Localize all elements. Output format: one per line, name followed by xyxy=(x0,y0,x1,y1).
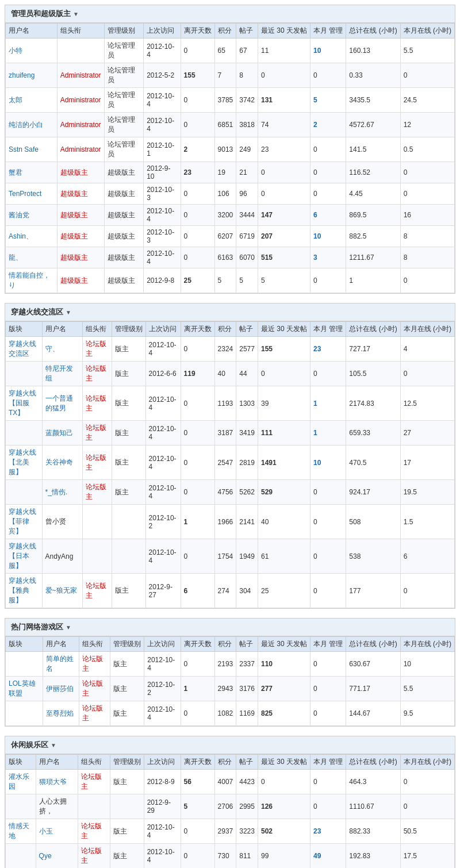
username-cell[interactable]: 纯洁的小白 xyxy=(6,113,57,137)
username-cell[interactable]: 守、 xyxy=(42,337,82,362)
username-cell[interactable]: 小玉 xyxy=(36,819,78,844)
dropdown-arrow-icon[interactable]: ▼ xyxy=(66,309,71,316)
username-link[interactable]: 猥琐大爷 xyxy=(39,778,67,786)
username-cell[interactable]: 蟹君 xyxy=(6,162,57,183)
username-link[interactable]: 至尊烈焰 xyxy=(46,709,74,717)
col-header: 本月在线 (小时) xyxy=(400,637,454,652)
username-cell[interactable]: zhuifeng xyxy=(6,63,57,88)
username-cell[interactable]: 蓝颜知己 xyxy=(42,421,82,445)
dropdown-arrow-icon[interactable]: ▼ xyxy=(73,11,79,17)
col-header: 管理级别 xyxy=(104,24,144,39)
dropdown-arrow-icon[interactable]: ▼ xyxy=(51,742,56,748)
username-cell[interactable]: TenProtect xyxy=(6,183,57,205)
monthtime-cell: 9.5 xyxy=(400,701,454,726)
username-link[interactable]: 一个普通的猛男 xyxy=(45,394,73,412)
title-cell: 超级版主 xyxy=(57,268,104,293)
username-link[interactable]: 特尼开发组 xyxy=(45,364,73,382)
username-link[interactable]: zhuifeng xyxy=(9,71,34,79)
username-link[interactable]: 纯洁的小白 xyxy=(9,121,43,129)
away-cell: 0 xyxy=(181,480,214,505)
section-link[interactable]: 穿越火线【雅典服】 xyxy=(9,577,36,604)
username-link[interactable]: 简单的姓名 xyxy=(46,655,74,673)
username-link[interactable]: 太郎 xyxy=(9,96,22,104)
username-cell[interactable]: 人心太拥挤， xyxy=(36,794,78,819)
section-link[interactable]: LOL英雄联盟 xyxy=(9,679,36,697)
recent30-cell: 529 xyxy=(258,480,310,505)
username-cell[interactable]: 龍、 xyxy=(6,247,57,268)
section-title: 穿越火线交流区 xyxy=(11,307,63,317)
username-cell[interactable]: 酱油党 xyxy=(6,205,57,226)
username-link[interactable]: Sstn Safe xyxy=(9,145,39,153)
section-link[interactable]: 穿越火线【国服TX】 xyxy=(9,389,36,417)
section-cell: 灌水乐园 xyxy=(6,770,36,794)
username-cell[interactable]: 小特 xyxy=(6,39,57,63)
lastvisit-cell: 2012-10-2 xyxy=(145,505,181,539)
username-link[interactable]: 守、 xyxy=(45,345,59,353)
table-row: 情若能自控，り 超级版主 超级版主 2012-9-8 25 5 5 5 0 1 … xyxy=(6,268,455,293)
section-link[interactable]: 情感天地 xyxy=(9,822,29,840)
col-header: 上次访问 xyxy=(144,637,181,652)
username-link[interactable]: 酱油党 xyxy=(9,211,29,219)
username-link[interactable]: 人心太拥挤， xyxy=(39,797,67,815)
username-cell[interactable]: 一个普通的猛男 xyxy=(42,386,82,421)
username-cell[interactable]: AndyAng xyxy=(42,539,82,574)
totaltime-cell: 924.17 xyxy=(346,480,400,505)
col-header: 帖子 xyxy=(236,755,258,770)
username-cell[interactable]: 爱~狼无家 xyxy=(42,574,82,608)
username-link[interactable]: 龍、 xyxy=(9,254,22,262)
section-link[interactable]: 穿越火线【菲律宾】 xyxy=(9,508,36,535)
col-header: 离开天数 xyxy=(181,322,214,337)
username-link[interactable]: 情若能自控，り xyxy=(9,271,50,289)
col-header: 本月 管理 xyxy=(310,24,346,39)
username-link[interactable]: 曾小贤 xyxy=(45,517,66,525)
username-link[interactable]: TenProtect xyxy=(9,190,41,198)
username-link[interactable]: Qye xyxy=(39,852,52,860)
username-cell[interactable]: 关谷神奇 xyxy=(42,445,82,480)
username-cell[interactable]: 伊丽莎伯 xyxy=(43,677,79,701)
username-link[interactable]: 爱~狼无家 xyxy=(45,586,77,594)
title-label: 超级版主 xyxy=(60,232,88,240)
username-link[interactable]: *_情伤. xyxy=(45,488,68,496)
monthtime-cell: 0.5 xyxy=(400,137,454,162)
col-header: 组头衔 xyxy=(82,322,112,337)
title-cell: 论坛版主 xyxy=(79,701,110,726)
username-cell[interactable]: 至尊烈焰 xyxy=(43,701,79,726)
username-cell[interactable]: Sstn Safe xyxy=(6,137,57,162)
username-link[interactable]: 关谷神奇 xyxy=(45,458,73,466)
username-cell[interactable]: 情若能自控，り xyxy=(6,268,57,293)
section-header: 管理员和超级版主 ▼ xyxy=(5,5,455,23)
username-link[interactable]: 小特 xyxy=(9,47,22,55)
posts-cell: 96 xyxy=(236,183,258,205)
totaltime-cell: 882.33 xyxy=(346,819,400,844)
section-link[interactable]: 穿越火线【北美服】 xyxy=(9,448,36,476)
section-link[interactable]: 灌水乐园 xyxy=(9,773,29,790)
username-cell[interactable]: 曾小贤 xyxy=(42,505,82,539)
section-link[interactable]: 穿越火线交流区 xyxy=(9,340,36,358)
username-link[interactable]: 伊丽莎伯 xyxy=(46,685,74,693)
away-cell: 0 xyxy=(181,226,214,247)
username-cell[interactable]: *_情伤. xyxy=(42,480,82,505)
username-link[interactable]: 蟹君 xyxy=(9,168,22,176)
thismonth-cell: 0 xyxy=(310,574,346,608)
points-cell: 1082 xyxy=(214,701,236,726)
lastvisit-cell: 2012-10-4 xyxy=(145,386,181,421)
username-link[interactable]: Ashin、 xyxy=(9,232,33,240)
username-cell[interactable]: 太郎 xyxy=(6,88,57,113)
totaltime-cell: 470.5 xyxy=(346,445,400,480)
username-cell[interactable]: 简单的姓名 xyxy=(43,652,79,677)
dropdown-arrow-icon[interactable]: ▼ xyxy=(66,624,71,631)
username-cell[interactable]: 特尼开发组 xyxy=(42,362,82,386)
username-cell[interactable]: Qye xyxy=(36,844,78,869)
recent30-cell: 99 xyxy=(258,844,310,869)
username-cell[interactable]: 猥琐大爷 xyxy=(36,770,78,794)
page-wrapper: 管理员和超级版主 ▼ 用户名组头衔管理级别上次访问离开天数积分帖子最近 30 天… xyxy=(0,0,460,868)
username-link[interactable]: 蓝颜知己 xyxy=(45,429,73,437)
section-link[interactable]: 穿越火线【日本服】 xyxy=(9,542,36,570)
username-cell[interactable]: Ashin、 xyxy=(6,226,57,247)
thismonth-cell: 6 xyxy=(310,205,346,226)
away-cell: 5 xyxy=(181,794,214,819)
username-link[interactable]: AndyAng xyxy=(45,552,74,560)
col-header: 总计在线 (小时) xyxy=(346,322,400,337)
lastvisit-cell: 2012-10-4 xyxy=(144,701,181,726)
username-link[interactable]: 小玉 xyxy=(39,827,53,835)
